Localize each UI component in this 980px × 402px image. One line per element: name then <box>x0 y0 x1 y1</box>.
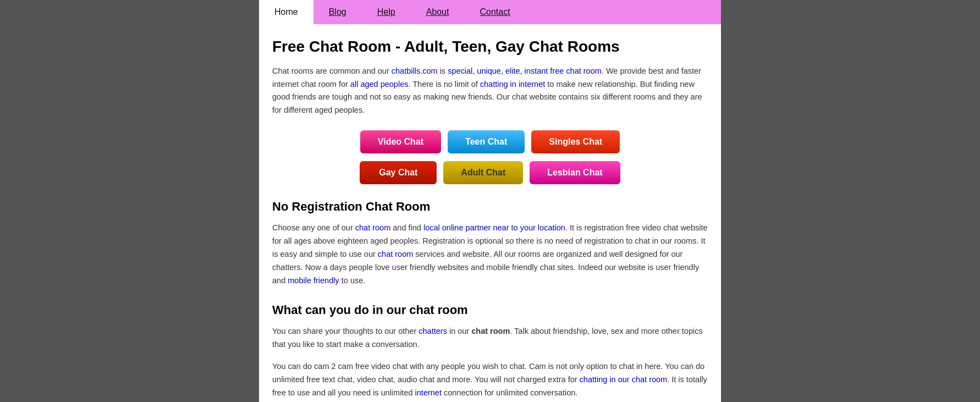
main-nav: Home Blog Help About Contact <box>259 0 721 24</box>
nav-contact[interactable]: Contact <box>464 0 525 24</box>
teen-chat-button[interactable]: Teen Chat <box>448 130 525 153</box>
nav-help[interactable]: Help <box>362 0 411 24</box>
page-wrapper: Home Blog Help About Contact Free Chat R… <box>0 0 980 402</box>
button-row-1: Video Chat Teen Chat Singles Chat <box>272 130 708 153</box>
nav-blog[interactable]: Blog <box>313 0 362 24</box>
section1-title: No Registration Chat Room <box>272 200 708 214</box>
video-chat-button[interactable]: Video Chat <box>360 130 441 153</box>
section1-text: Choose any one of our chat room and find… <box>272 222 708 288</box>
singles-chat-button[interactable]: Singles Chat <box>531 130 620 153</box>
nav-about[interactable]: About <box>411 0 465 24</box>
content-area: Home Blog Help About Contact Free Chat R… <box>259 0 721 402</box>
site-link[interactable]: chatbills.com <box>392 67 438 75</box>
section2-title: What can you do in our chat room <box>272 303 708 317</box>
lesbian-chat-button[interactable]: Lesbian Chat <box>530 161 620 184</box>
section2-text1: You can share your thoughts to our other… <box>272 325 708 351</box>
nav-home[interactable]: Home <box>259 0 313 24</box>
button-row-2: Gay Chat Adult Chat Lesbian Chat <box>272 161 708 184</box>
page-title: Free Chat Room - Adult, Teen, Gay Chat R… <box>272 37 708 56</box>
main-content: Free Chat Room - Adult, Teen, Gay Chat R… <box>259 24 721 402</box>
gay-chat-button[interactable]: Gay Chat <box>360 161 437 184</box>
section2-text2: You can do cam 2 cam free video chat wit… <box>272 360 708 400</box>
intro-text: Chat rooms are common and our chatbills.… <box>272 65 708 118</box>
adult-chat-button[interactable]: Adult Chat <box>443 161 523 184</box>
